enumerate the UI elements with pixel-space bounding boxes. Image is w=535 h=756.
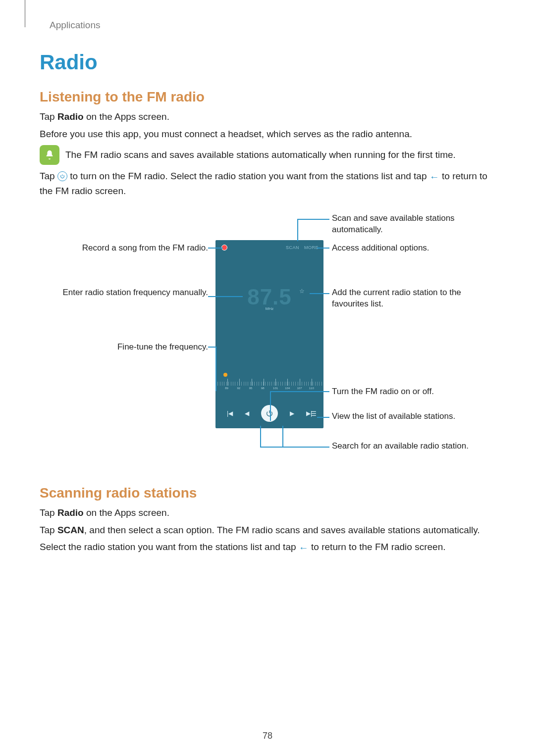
dial-tick — [287, 379, 299, 386]
favourite-star-icon: ☆ — [299, 288, 305, 295]
back-arrow-icon: ← — [429, 169, 439, 184]
phone-top-bar: SCAN MORE — [215, 240, 323, 255]
instruction-text: Tap to turn on the FM radio. Select the … — [40, 169, 500, 199]
text: on the Apps screen. — [84, 507, 169, 518]
leader-line — [310, 293, 329, 294]
select-station-text: Select the radio station you want from t… — [40, 540, 500, 555]
section-header: Applications — [50, 20, 500, 31]
manual-page: Applications Radio Listening to the FM r… — [0, 0, 535, 756]
note-row: The FM radio scans and saves available s… — [40, 145, 500, 165]
dial-tick — [264, 379, 275, 386]
scan-instruction-text: Tap SCAN, and then select a scan option.… — [40, 523, 500, 538]
callout-power: Turn the FM radio on or off. — [332, 386, 485, 398]
text: to return to the FM radio screen. — [311, 542, 445, 552]
leader-line — [208, 248, 223, 249]
text: Tap — [40, 507, 57, 518]
callout-fav: Add the current radio station to the fav… — [332, 287, 485, 310]
dial-tick — [239, 379, 251, 386]
prev-station-icon: |◀ — [227, 410, 233, 417]
radio-bold: Radio — [57, 111, 84, 122]
frequency-unit: MHz — [215, 306, 323, 311]
dial-tick — [275, 379, 287, 386]
text: to turn on the FM radio. Select the radi… — [70, 171, 429, 181]
callout-manual: Enter radio station frequency manually. — [40, 287, 208, 299]
callout-more: Access additional options. — [332, 243, 485, 254]
dial-tick — [252, 379, 264, 386]
callout-scan: Scan and save available stations automat… — [332, 213, 485, 236]
frequency-dial: /*placeholder*/ — [215, 379, 323, 399]
power-button-icon — [261, 405, 278, 422]
leader-line — [297, 219, 329, 220]
dial-indicator-icon — [223, 373, 227, 377]
callout-list: View the list of available stations. — [332, 411, 485, 422]
radio-diagram: SCAN MORE ☆ 87.5 MHz /*placeholder*/ |◀ … — [40, 213, 500, 475]
callout-search: Search for an available radio station. — [332, 441, 485, 452]
back-arrow-icon: ← — [299, 540, 309, 555]
frequency-display: ☆ 87.5 MHz — [215, 285, 323, 311]
leader-line — [208, 347, 215, 348]
leader-line — [317, 417, 329, 418]
bottom-controls: |◀ ◀ ▶ ▶| — [215, 403, 323, 423]
text: Tap — [40, 171, 57, 181]
text: Tap — [40, 111, 57, 122]
prev-fine-icon: ◀ — [245, 410, 249, 417]
dial-tick — [227, 379, 239, 386]
page-number: 78 — [0, 731, 535, 741]
scan-tap-text: Tap Radio on the Apps screen. — [40, 506, 500, 520]
scan-button-label: SCAN — [283, 245, 302, 250]
phone-mock: SCAN MORE ☆ 87.5 MHz /*placeholder*/ |◀ … — [215, 240, 323, 428]
text: on the Apps screen. — [84, 111, 169, 122]
subheading-scanning: Scanning radio stations — [40, 485, 500, 501]
leader-line — [260, 447, 329, 448]
text: , and then select a scan option. The FM … — [84, 525, 480, 535]
power-inline-icon — [57, 171, 67, 181]
callout-record: Record a song from the FM radio. — [40, 243, 208, 254]
frequency-value: 87.5 — [215, 285, 323, 309]
side-rule — [25, 0, 25, 27]
leader-line — [260, 426, 261, 447]
station-list-icon: ☰ — [311, 410, 317, 417]
leader-line — [215, 347, 216, 391]
scan-bold: SCAN — [57, 525, 84, 535]
radio-bold: Radio — [57, 507, 84, 518]
dial-tick — [300, 379, 312, 386]
text: Tap — [40, 525, 57, 535]
dial-tick — [312, 379, 323, 386]
bell-icon — [40, 145, 59, 165]
dial-tick — [215, 379, 227, 386]
callout-finetune: Fine-tune the frequency. — [40, 342, 208, 353]
page-title: Radio — [40, 50, 500, 74]
leader-line — [208, 296, 243, 297]
leader-line — [317, 248, 329, 249]
next-fine-icon: ▶ — [290, 410, 294, 417]
note-text: The FM radio scans and saves available s… — [65, 148, 456, 162]
text: Select the radio station you want from t… — [40, 542, 299, 552]
tap-radio-text: Tap Radio on the Apps screen. — [40, 110, 500, 124]
subheading-listening: Listening to the FM radio — [40, 89, 500, 105]
headset-text: Before you use this app, you must connec… — [40, 127, 500, 142]
leader-line — [270, 391, 271, 421]
leader-line — [270, 391, 329, 392]
leader-line — [297, 219, 298, 241]
leader-line — [282, 426, 283, 447]
